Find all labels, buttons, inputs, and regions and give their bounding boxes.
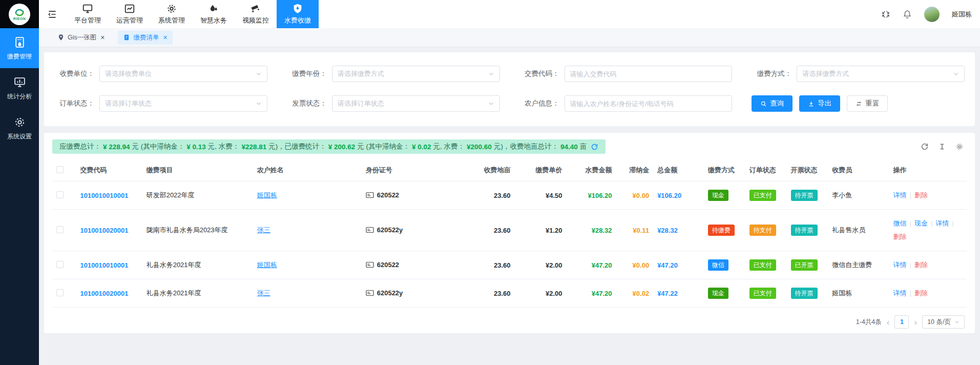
topbar: 平台管理 运营管理 系统管理 智慧水务 视频监控: [39, 0, 980, 28]
column-header: 农户姓名: [253, 160, 362, 181]
payment-code-link[interactable]: 1010010020001: [80, 227, 128, 234]
farmer-name-link[interactable]: 姬国栋: [257, 261, 277, 269]
charging-unit-select[interactable]: 请选择收费单位: [99, 66, 267, 82]
column-header: 缴费方式: [704, 160, 745, 181]
menu-collapse-icon[interactable]: [47, 9, 57, 19]
topnav-system-management[interactable]: 系统管理: [151, 0, 193, 28]
refresh-icon[interactable]: [921, 143, 929, 151]
topnav-label: 视频监控: [242, 16, 269, 25]
action-link[interactable]: 详情: [893, 289, 906, 297]
sidebar-item-payment-management[interactable]: 缴费管理: [0, 28, 39, 68]
farmer-name-link[interactable]: 张三: [257, 226, 270, 234]
row-checkbox[interactable]: [56, 226, 64, 233]
invoice-status: 待开票: [787, 279, 828, 308]
invoice-status-badge: 待开票: [791, 288, 818, 299]
row-checkbox[interactable]: [56, 191, 64, 198]
farmer-name-link[interactable]: 姬国栋: [257, 191, 277, 199]
topnav-platform-management[interactable]: 平台管理: [67, 0, 109, 28]
select-all-checkbox[interactable]: [56, 166, 64, 173]
column-header: 总金额: [653, 160, 704, 181]
tab-payment-list[interactable]: 缴费清单 ×: [118, 31, 172, 45]
search-icon: [760, 100, 767, 107]
query-button[interactable]: 查询: [752, 95, 793, 112]
farmer-name-link[interactable]: 张三: [257, 289, 270, 297]
action-separator: |: [909, 261, 911, 269]
order-status-badge: 已支付: [749, 259, 776, 271]
delete-action-link[interactable]: 删除: [914, 289, 928, 297]
invoice-status-select[interactable]: 请选择订单状态: [332, 95, 500, 112]
column-header: 水费金额: [567, 160, 616, 181]
app-logo[interactable]: RIEON: [0, 0, 39, 28]
field-label: 缴费方式：: [752, 69, 791, 78]
sidebar-item-statistics[interactable]: 统计分析: [0, 68, 39, 108]
pagination-page-1[interactable]: 1: [894, 315, 909, 329]
action-link[interactable]: 详情: [893, 191, 906, 199]
tab-gis-map[interactable]: Gis一张图 ×: [52, 31, 110, 45]
swap-refresh-icon: [856, 100, 862, 107]
cell-actions: 详情|删除: [889, 251, 967, 279]
close-icon[interactable]: ×: [100, 34, 105, 41]
content-area: 收费单位： 请选择收费单位 缴费年份： 请选择缴费方式: [39, 47, 980, 365]
topnav-label: 平台管理: [74, 16, 101, 25]
top-menu: 平台管理 运营管理 系统管理 智慧水务 视频监控: [67, 0, 319, 28]
close-icon[interactable]: ×: [163, 34, 167, 41]
filter-farmer-info: 农户信息：: [519, 95, 733, 112]
tab-label: Gis一张图: [68, 33, 96, 42]
farmer-info-input[interactable]: [565, 95, 733, 112]
shield-icon: [292, 3, 303, 14]
density-icon[interactable]: [938, 143, 946, 151]
row-checkbox[interactable]: [56, 289, 64, 296]
summary-value: ¥228.81: [241, 143, 266, 151]
reset-button[interactable]: 重置: [847, 95, 888, 112]
summary-label: 元 (其中滞纳金：: [357, 142, 410, 151]
fullscreen-icon[interactable]: [881, 10, 890, 19]
pagination-prev-icon[interactable]: ‹: [887, 318, 890, 327]
payment-code-link[interactable]: 1010010020001: [80, 290, 128, 297]
username[interactable]: 姬国栋: [952, 10, 972, 19]
export-button[interactable]: 导出: [799, 95, 840, 112]
topnav-video-monitoring[interactable]: 视频监控: [235, 0, 277, 28]
user-avatar[interactable]: [924, 7, 940, 22]
column-header: 缴费单价: [515, 160, 567, 181]
field-label: 订单状态：: [54, 99, 94, 108]
filter-payment-year: 缴费年份： 请选择缴费方式: [287, 66, 500, 82]
table-row: 1010010020001陇南市礼县水务局2023年度张三620522y23.6…: [52, 210, 967, 251]
order-status-badge: 已支付: [749, 288, 776, 299]
pagination-next-icon[interactable]: ›: [914, 318, 917, 327]
topnav-smart-water[interactable]: 智慧水务: [193, 0, 235, 28]
cell-collector: 姬国栋: [828, 279, 889, 308]
field-label: 收费单位：: [54, 69, 94, 78]
chevron-down-icon: [953, 71, 959, 77]
payment-code-link[interactable]: 1010010010001: [80, 192, 128, 199]
action-link[interactable]: 详情: [893, 261, 906, 269]
page-size-select[interactable]: 10 条/页: [922, 315, 965, 329]
sidebar-item-system-settings[interactable]: 系统设置: [0, 108, 39, 148]
topnav-operations-management[interactable]: 运营管理: [109, 0, 151, 28]
payments-table: 交费代码缴费项目农户姓名身份证号收费地亩缴费单价水费金额滞纳金总金额缴费方式订单…: [52, 160, 967, 308]
bell-icon[interactable]: [903, 10, 912, 19]
filter-charging-unit: 收费单位： 请选择收费单位: [54, 66, 267, 82]
payment-method-select[interactable]: 请选择缴费方式: [797, 66, 965, 82]
chevron-down-icon: [488, 71, 494, 77]
cell-unit-price: ¥2.00: [515, 279, 567, 308]
topnav-water-fee-collection[interactable]: 水费收缴: [277, 0, 319, 28]
delete-action-link[interactable]: 删除: [914, 261, 928, 269]
payment-code-input[interactable]: [565, 66, 733, 82]
column-header: 操作: [889, 160, 967, 181]
delete-action-link[interactable]: 删除: [893, 233, 906, 240]
payment-code-link[interactable]: 1010010010001: [80, 261, 128, 269]
payment-year-select[interactable]: 请选择缴费方式: [332, 66, 500, 82]
refresh-icon[interactable]: [591, 143, 598, 151]
cell-water-fee: ¥47.20: [567, 279, 616, 308]
cell-id-number: 620522y: [362, 279, 474, 308]
cell-payment-code: 1010010020001: [76, 279, 142, 308]
order-status-select[interactable]: 请选择订单状态: [99, 95, 267, 112]
action-link[interactable]: 微信: [893, 219, 906, 227]
action-link[interactable]: 现金: [914, 219, 928, 227]
column-settings-gear-icon[interactable]: [955, 143, 964, 151]
action-link[interactable]: 详情: [935, 219, 949, 227]
row-checkbox[interactable]: [56, 261, 64, 268]
action-separator: |: [909, 219, 911, 227]
order-status: 待支付: [745, 210, 787, 251]
delete-action-link[interactable]: 删除: [914, 191, 928, 199]
